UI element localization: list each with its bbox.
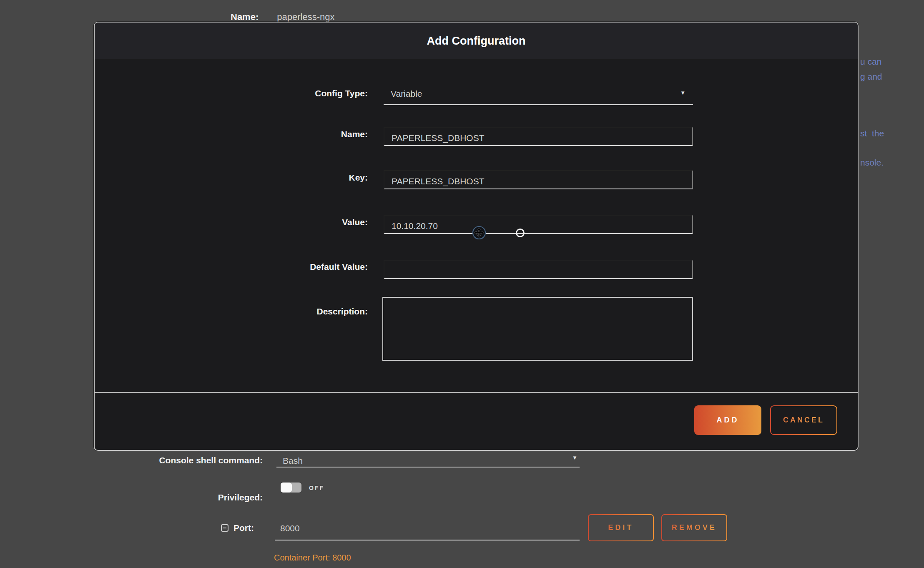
default-value-label: Default Value:	[178, 262, 368, 272]
screen: Name: paperless-ngx u can g and st the n…	[0, 0, 924, 568]
bg-name-label: Name:	[231, 12, 259, 23]
privileged-state: OFF	[309, 485, 324, 491]
add-button[interactable]: ADD	[694, 405, 761, 435]
name-label: Name:	[178, 129, 368, 139]
toggle-knob	[281, 483, 292, 493]
default-value-input[interactable]	[384, 260, 693, 279]
value-input[interactable]	[384, 215, 693, 234]
add-configuration-dialog: Add Configuration Config Type: Variable …	[94, 22, 859, 451]
dialog-header: Add Configuration	[95, 23, 858, 59]
bg-name-row: Name: paperless-ngx	[231, 12, 334, 23]
remove-button[interactable]: REMOVE	[661, 514, 727, 541]
chevron-down-icon[interactable]: ▼	[572, 455, 578, 461]
value-label: Value:	[178, 217, 368, 227]
clipped-text-line3: st the	[860, 128, 884, 138]
description-label: Description:	[178, 307, 368, 317]
port-value-field[interactable]: 8000	[280, 523, 300, 533]
remove-button-label: REMOVE	[672, 523, 717, 532]
console-shell-label: Console shell command:	[138, 455, 263, 465]
description-textarea[interactable]	[382, 297, 693, 361]
privileged-label: Privileged:	[179, 493, 263, 503]
config-type-value: Variable	[391, 89, 422, 98]
port-underline	[275, 540, 580, 540]
collapse-icon[interactable]	[221, 524, 228, 532]
config-type-label: Config Type:	[178, 88, 368, 98]
click-indicator-ring	[516, 229, 525, 237]
key-input[interactable]	[384, 170, 693, 189]
edit-button[interactable]: EDIT	[588, 514, 654, 541]
clipped-text-line1: u can	[860, 57, 881, 67]
clipped-text-line2: g and	[860, 72, 882, 82]
config-type-select[interactable]: Variable ▼	[384, 86, 693, 105]
footer-divider	[95, 392, 858, 393]
port-label: Port:	[234, 523, 254, 533]
bg-name-value: paperless-ngx	[277, 12, 334, 23]
clipped-text-line4: nsole.	[860, 158, 884, 168]
dialog-title: Add Configuration	[427, 35, 526, 48]
key-label: Key:	[178, 173, 368, 183]
edit-button-label: EDIT	[608, 523, 633, 532]
name-input[interactable]	[384, 127, 693, 146]
chevron-down-icon: ▼	[680, 90, 685, 96]
move-cursor-icon	[472, 226, 486, 240]
cancel-button-label: CANCEL	[783, 416, 824, 425]
container-port-hint: Container Port: 8000	[274, 553, 351, 563]
privileged-toggle[interactable]	[281, 483, 301, 493]
cancel-button[interactable]: CANCEL	[770, 405, 837, 435]
console-shell-underline	[276, 467, 580, 467]
console-shell-select[interactable]: Bash	[283, 456, 303, 466]
